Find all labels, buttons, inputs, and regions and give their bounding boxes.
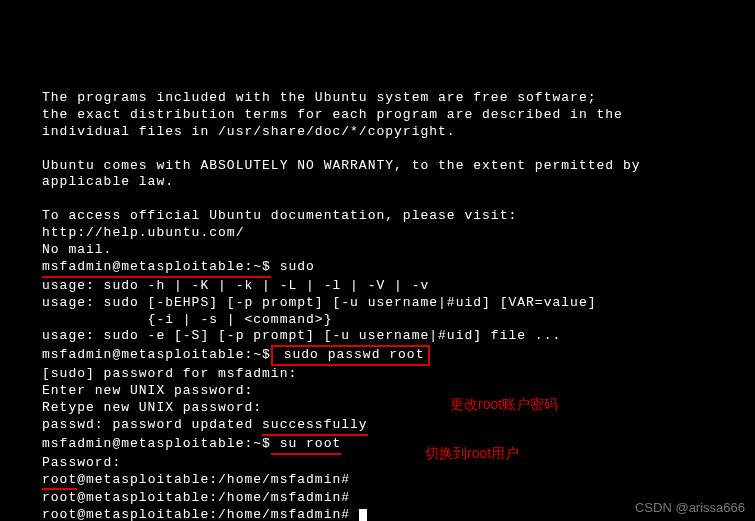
annotation-switch-user: 切换到root用户 [425, 445, 519, 463]
sudo-password-prompt: [sudo] password for msfadmin: [42, 366, 727, 383]
cursor-icon [359, 509, 367, 521]
cmd-sudo-passwd-root: sudo passwd root [271, 345, 431, 366]
docs-line: To access official Ubuntu documentation,… [42, 208, 727, 225]
prompt-su: msfadmin@metasploitable:~$ su root [42, 436, 727, 455]
terminal-output: The programs included with the Ubuntu sy… [0, 0, 755, 521]
password-prompt: Password: [42, 455, 727, 472]
prompt-user: msfadmin@metasploitable:~$ [42, 436, 271, 451]
root-prompt-2: root@metasploitable:/home/msfadmin# [42, 490, 727, 507]
usage-line-2b: {-i | -s | <command>} [42, 312, 727, 329]
usage-line-1: usage: sudo -h | -K | -k | -L | -l | -V … [42, 278, 727, 295]
watermark: CSDN @arissa666 [635, 500, 745, 515]
warranty-line-1: Ubuntu comes with ABSOLUTELY NO WARRANTY… [42, 158, 727, 175]
enter-unix-password: Enter new UNIX password: [42, 383, 727, 400]
intro-line-3: individual files in /usr/share/doc/*/cop… [42, 124, 727, 141]
cmd-su-root: su root [271, 436, 341, 455]
retype-unix-password: Retype new UNIX password: [42, 400, 727, 417]
annotation-change-password: 更改root账户密码 [450, 396, 558, 414]
prompt-sudo: msfadmin@metasploitable:~$ sudo [42, 259, 727, 278]
intro-line-2: the exact distribution terms for each pr… [42, 107, 727, 124]
usage-line-3: usage: sudo -e [-S] [-p prompt] [-u user… [42, 328, 727, 345]
root-user: root [42, 472, 77, 491]
prompt-user: msfadmin@metasploitable:~$ [42, 347, 271, 362]
intro-line-1: The programs included with the Ubuntu sy… [42, 90, 727, 107]
root-prompt-1: root@metasploitable:/home/msfadmin# [42, 472, 727, 491]
usage-line-2: usage: sudo [-bEHPS] [-p prompt] [-u use… [42, 295, 727, 312]
cmd-sudo: sudo [271, 259, 315, 274]
prompt-passwd: msfadmin@metasploitable:~$ sudo passwd r… [42, 345, 727, 366]
no-mail: No mail. [42, 242, 727, 259]
passwd-success-word: successfully [262, 417, 368, 436]
root-prompt-3[interactable]: root@metasploitable:/home/msfadmin# [42, 507, 727, 521]
passwd-success: passwd: password updated successfully [42, 417, 727, 436]
docs-url: http://help.ubuntu.com/ [42, 225, 727, 242]
prompt-user: msfadmin@metasploitable:~$ [42, 259, 271, 278]
warranty-line-2: applicable law. [42, 174, 727, 191]
